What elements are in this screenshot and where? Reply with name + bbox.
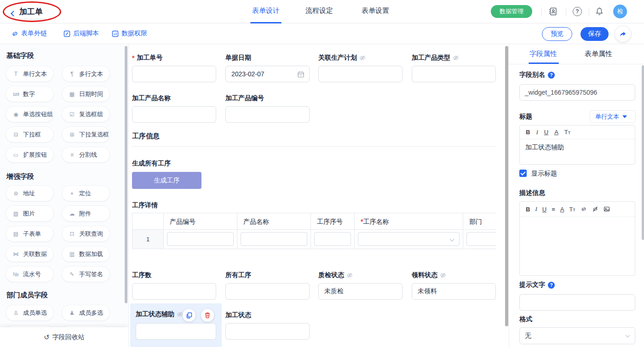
underline-button[interactable]: U	[544, 129, 548, 136]
cell-process-seq-input[interactable]	[314, 232, 351, 246]
data-manage-button[interactable]: 数据管理	[491, 5, 532, 18]
sidebar-scrollbar[interactable]	[125, 46, 127, 303]
field-material-status[interactable]: 领料状态 未领料	[412, 271, 496, 300]
title-editor-content[interactable]: 加工状态辅助	[520, 139, 635, 156]
tab-flow-setting[interactable]: 流程设定	[305, 6, 333, 15]
field-type-signature[interactable]: ✎手写签名	[62, 266, 110, 282]
font-color-button[interactable]: A	[554, 129, 558, 136]
align-button[interactable]: ≡	[552, 206, 555, 213]
field-doc-date[interactable]: 单据日期 2023-02-07 7	[225, 53, 310, 82]
field-process-status[interactable]: 加工状态	[225, 311, 310, 340]
production-plan-input[interactable]	[318, 66, 402, 82]
format-select[interactable]: 无	[519, 327, 635, 344]
share-button[interactable]	[615, 26, 631, 42]
copy-field-button[interactable]	[183, 309, 196, 322]
order-no-input[interactable]	[132, 66, 216, 82]
remove-link-icon[interactable]	[592, 206, 598, 212]
help-icon[interactable]: ?	[573, 7, 582, 16]
field-order-no[interactable]: *加工单号	[132, 53, 216, 82]
field-type-address[interactable]: ⊚地址	[6, 185, 54, 201]
all-processes-input[interactable]	[225, 283, 310, 300]
field-type-member-single[interactable]: ♙成员单选	[6, 305, 54, 321]
field-type-datetime[interactable]: ▦日期时间	[62, 86, 110, 102]
cell-department-input[interactable]	[466, 232, 496, 246]
cell-process-name-select[interactable]	[358, 232, 460, 246]
show-title-checkbox[interactable]	[519, 170, 527, 177]
qc-status-input[interactable]: 未质检	[318, 283, 402, 300]
field-type-checkbox-group[interactable]: ☑复选框组	[62, 106, 110, 122]
tab-form-properties[interactable]: 表单属性	[585, 50, 612, 58]
selected-field-aux-status[interactable]: 加工状态辅助	[130, 303, 222, 347]
bold-button[interactable]: B	[526, 206, 530, 213]
delete-field-button[interactable]	[201, 309, 214, 322]
field-qc-status[interactable]: 质检状态 未质检	[318, 271, 402, 300]
field-type-image[interactable]: ▨图片	[6, 205, 54, 222]
aux-status-input[interactable]	[136, 323, 216, 340]
back-button[interactable]	[12, 9, 16, 17]
field-type-number[interactable]: 123数字	[6, 86, 54, 102]
field-recycle-bin[interactable]: ↺ 字段回收站	[0, 327, 128, 347]
tab-field-properties[interactable]: 字段属性	[529, 50, 557, 58]
field-type-dropdown[interactable]: 单行文本	[590, 110, 636, 123]
cell-product-name-input[interactable]	[241, 232, 307, 246]
tab-form-settings[interactable]: 表单设置	[362, 6, 389, 15]
generate-process-button[interactable]: 生成工序	[132, 172, 201, 189]
tab-form-design[interactable]: 表单设计	[252, 6, 280, 15]
bold-button[interactable]: B	[526, 129, 530, 136]
field-type-dropdown[interactable]: ⊟下拉框	[6, 126, 54, 142]
field-type-single-line-text[interactable]: T单行文本	[6, 66, 54, 82]
calendar-icon[interactable]: 7	[297, 71, 305, 78]
insert-link-icon[interactable]	[581, 206, 587, 212]
field-product-type[interactable]: 加工产品类型	[412, 53, 496, 82]
field-process-count[interactable]: 工序数	[132, 271, 216, 300]
field-product-no[interactable]: 加工产品编号	[225, 94, 310, 123]
field-type-attachment[interactable]: ☁附件	[62, 205, 110, 222]
user-avatar[interactable]: 检	[613, 5, 627, 18]
font-size-button[interactable]: TT	[569, 206, 575, 213]
help-badge-icon[interactable]: ?	[548, 282, 555, 289]
process-status-input[interactable]	[225, 323, 310, 340]
font-color-button[interactable]: A	[560, 206, 564, 213]
field-all-processes[interactable]: 所有工序	[225, 271, 310, 300]
backend-script-button[interactable]: 后端脚本	[63, 29, 99, 38]
insert-image-icon[interactable]	[604, 206, 610, 212]
field-production-plan[interactable]: 关联生产计划	[318, 53, 402, 82]
material-status-input[interactable]: 未领料	[412, 283, 496, 300]
help-badge-icon[interactable]: ?	[548, 72, 555, 79]
font-size-button[interactable]: TT	[564, 129, 570, 136]
product-no-input[interactable]	[225, 106, 310, 123]
canvas-scrollbar[interactable]	[505, 46, 508, 326]
field-product-name[interactable]: 加工产品名称	[132, 94, 216, 123]
description-editor-content[interactable]	[520, 217, 635, 226]
field-type-linked-data[interactable]: ⋈关联数据	[6, 246, 54, 262]
field-type-member-multi[interactable]: ♟成员多选	[62, 305, 110, 321]
field-type-location[interactable]: ⌖定位	[62, 185, 110, 201]
save-button[interactable]: 保存	[581, 27, 609, 41]
field-type-data-load[interactable]: ▥数据加载	[62, 246, 110, 262]
external-link-button[interactable]: 表单外链	[12, 29, 47, 38]
italic-button[interactable]: I	[536, 129, 538, 136]
data-permission-button[interactable]: 数据权限	[112, 29, 147, 38]
alias-input[interactable]: _widget_1667965975096	[519, 84, 635, 101]
field-type-linked-query[interactable]: ⊡关联查询	[62, 226, 110, 242]
page-title[interactable]: 加工单	[19, 6, 43, 17]
date-input[interactable]: 2023-02-07 7	[225, 66, 310, 82]
field-type-serial-number[interactable]: №流水号	[6, 266, 54, 282]
notification-bell-icon[interactable]	[595, 7, 604, 16]
preview-button[interactable]: 预览	[542, 27, 572, 41]
process-count-input[interactable]	[132, 283, 216, 300]
field-type-multi-dropdown[interactable]: ⊞下拉复选框	[62, 126, 110, 142]
field-type-multi-line-text[interactable]: ¶多行文本	[62, 66, 110, 82]
product-type-input[interactable]	[412, 66, 496, 82]
field-type-extend-button[interactable]: ▭扩展按钮	[6, 147, 54, 163]
italic-button[interactable]: I	[535, 205, 537, 213]
hint-input[interactable]	[519, 294, 635, 311]
product-name-input[interactable]	[132, 106, 216, 123]
field-type-radio-group[interactable]: ◉单选按钮组	[6, 106, 54, 122]
panel-scrollbar[interactable]	[642, 65, 644, 240]
address-book-icon[interactable]	[548, 7, 558, 16]
cell-product-no-input[interactable]	[167, 232, 234, 246]
field-type-subform[interactable]: ▤子表单	[6, 226, 54, 242]
underline-button[interactable]: U	[542, 206, 546, 213]
field-type-divider[interactable]: ≡分割线	[62, 147, 110, 163]
